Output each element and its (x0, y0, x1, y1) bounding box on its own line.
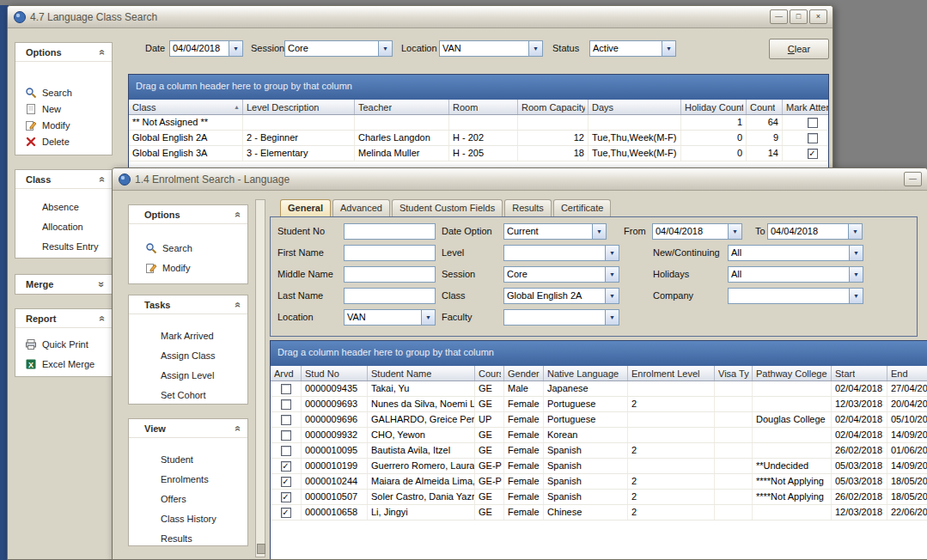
chevron-up-icon[interactable]: » (96, 176, 108, 182)
column-header-days[interactable]: Days (589, 100, 681, 114)
table-row[interactable]: 0000010095Bautista Avila, ItzelGEFemaleS… (271, 443, 927, 459)
middle-name-input[interactable] (344, 266, 436, 283)
options-panel-header[interactable]: Options » (129, 205, 247, 224)
column-header-native-language[interactable]: Native Language (544, 366, 628, 380)
tab-student-custom-fields[interactable]: Student Custom Fields (392, 199, 503, 216)
sidebar-item-search[interactable]: Search (129, 238, 247, 258)
dropdown-arrow-icon[interactable]: ▼ (849, 267, 863, 282)
chevron-up-icon[interactable]: » (232, 425, 244, 431)
checkbox[interactable]: ✓ (281, 508, 291, 518)
column-header-end[interactable]: End (887, 366, 927, 380)
checkbox[interactable] (808, 118, 818, 128)
sidebar-item-class-history[interactable]: Class History (129, 508, 247, 528)
column-header-start[interactable]: Start (832, 366, 887, 380)
column-header-enrolment-level[interactable]: Enrolment Level (628, 366, 715, 380)
group-by-bar[interactable]: Drag a column header here to group by th… (129, 75, 828, 100)
faculty-combo[interactable]: ▼ (503, 309, 619, 326)
table-row[interactable]: ✓0000010507Soler Castro, Dania YazminGEF… (271, 490, 927, 505)
new-continuing-combo[interactable]: All▼ (728, 245, 863, 261)
splitter-grip[interactable] (257, 544, 265, 554)
sidebar-item-enrolments[interactable]: Enrolments (129, 469, 247, 489)
dropdown-arrow-icon[interactable]: ▼ (421, 310, 435, 325)
dropdown-arrow-icon[interactable]: ▼ (728, 224, 741, 239)
table-row[interactable]: Global English 2A2 - BeginnerCharles Lan… (129, 131, 828, 146)
table-row[interactable]: ** Not Assigned **164 (129, 115, 828, 131)
dropdown-arrow-icon[interactable]: ▼ (605, 267, 619, 282)
date-combo[interactable]: 04/04/2018 ▼ (169, 40, 243, 57)
dropdown-arrow-icon[interactable]: ▼ (592, 224, 606, 239)
table-row[interactable]: 0000009696GALHARDO, Greice PereiraUPFema… (271, 412, 927, 428)
date-option-combo[interactable]: Current▼ (503, 223, 607, 240)
column-header-holiday-count[interactable]: Holiday Count (681, 100, 747, 114)
class-panel-header[interactable]: Class » (15, 170, 112, 189)
checkbox[interactable]: ✓ (808, 149, 818, 159)
checkbox[interactable]: ✓ (281, 477, 291, 487)
dropdown-arrow-icon[interactable]: ▼ (848, 224, 862, 239)
dropdown-arrow-icon[interactable]: ▼ (378, 41, 392, 56)
dropdown-arrow-icon[interactable]: ▼ (528, 41, 542, 56)
chevron-up-icon[interactable]: » (232, 301, 244, 307)
column-header-visa-type[interactable]: Visa Type (715, 366, 753, 380)
to-date-combo[interactable]: 04/04/2018▼ (767, 223, 863, 240)
close-button[interactable]: × (809, 9, 827, 24)
dropdown-arrow-icon[interactable]: ▼ (849, 289, 863, 303)
level-combo[interactable]: ▼ (503, 245, 619, 261)
merge-panel-header[interactable]: Merge » (15, 275, 112, 294)
checkbox[interactable] (281, 446, 291, 456)
column-header-room[interactable]: Room (449, 100, 518, 114)
column-header-gender[interactable]: Gender (504, 366, 544, 380)
table-row[interactable]: Global English 3A3 - ElementaryMelinda M… (129, 146, 828, 161)
column-header-teacher[interactable]: Teacher (355, 100, 449, 114)
table-row[interactable]: 0000009932CHO, YewonGEFemaleKorean02/04/… (271, 428, 927, 443)
sidebar-item-results-entry[interactable]: Results Entry (15, 236, 112, 256)
view-panel-header[interactable]: View » (129, 419, 247, 438)
table-row[interactable]: 0000009693Nunes da Silva, Noemi LuciaGEF… (271, 397, 927, 412)
sidebar-item-results[interactable]: Results (129, 528, 247, 548)
column-header-student-name[interactable]: Student Name (368, 366, 475, 380)
column-header-arvd[interactable]: Arvd (271, 366, 302, 380)
chevron-up-icon[interactable]: » (96, 49, 108, 55)
dropdown-arrow-icon[interactable]: ▼ (662, 41, 675, 56)
tab-results[interactable]: Results (504, 199, 552, 216)
location-combo[interactable]: VAN ▼ (439, 40, 543, 57)
tab-advanced[interactable]: Advanced (332, 199, 390, 216)
sidebar-item-set-cohort[interactable]: Set Cohort (129, 385, 247, 405)
column-header-class[interactable]: Class▲ (129, 100, 243, 114)
last-name-input[interactable] (344, 288, 436, 304)
column-header-count[interactable]: Count (747, 100, 783, 114)
class-search-titlebar[interactable]: 4.7 Language Class Search — □ × (8, 6, 832, 28)
column-header-mark-attendance[interactable]: Mark Attendance (783, 100, 829, 114)
chevron-down-icon[interactable]: » (96, 282, 108, 288)
checkbox[interactable] (281, 430, 291, 441)
column-header-stud-no[interactable]: Stud No (302, 366, 368, 380)
table-row[interactable]: ✓0000010244Maiara de Almeida Lima, Joyce… (271, 474, 927, 490)
checkbox[interactable] (281, 384, 291, 394)
dropdown-arrow-icon[interactable]: ▼ (605, 310, 619, 325)
sidebar-item-quick-print[interactable]: Quick Print (15, 334, 112, 354)
sidebar-item-new[interactable]: New (15, 100, 112, 117)
sidebar-splitter[interactable] (255, 199, 265, 557)
table-row[interactable]: 0000009435Takai, YuGEMaleJapanese02/04/2… (271, 381, 927, 397)
column-header-room-capacity[interactable]: Room Capacity (518, 100, 589, 114)
location-combo[interactable]: VAN▼ (344, 309, 436, 326)
sidebar-item-delete[interactable]: Delete (15, 133, 112, 149)
company-combo[interactable]: ▼ (728, 288, 863, 304)
checkbox[interactable] (281, 415, 291, 425)
maximize-button[interactable]: □ (790, 9, 808, 24)
sidebar-item-assign-level[interactable]: Assign Level (129, 365, 247, 385)
sidebar-item-mark-arrived[interactable]: Mark Arrived (129, 326, 247, 345)
sidebar-item-student[interactable]: Student (129, 449, 247, 469)
sidebar-item-modify[interactable]: Modify (15, 117, 112, 133)
checkbox[interactable]: ✓ (281, 492, 291, 502)
tasks-panel-header[interactable]: Tasks » (129, 295, 247, 314)
chevron-up-icon[interactable]: » (232, 211, 244, 217)
sidebar-item-assign-class[interactable]: Assign Class (129, 345, 247, 365)
report-panel-header[interactable]: Report » (15, 309, 112, 328)
tab-certificate[interactable]: Certificate (553, 199, 612, 216)
sidebar-item-modify[interactable]: Modify (129, 258, 247, 277)
session-combo[interactable]: Core▼ (503, 266, 619, 283)
class-combo[interactable]: Global English 2A▼ (503, 288, 619, 304)
table-row[interactable]: ✓0000010199Guerrero Romero, Laura FernGE… (271, 459, 927, 474)
sidebar-item-search[interactable]: Search (15, 84, 112, 100)
checkbox[interactable] (281, 399, 291, 410)
